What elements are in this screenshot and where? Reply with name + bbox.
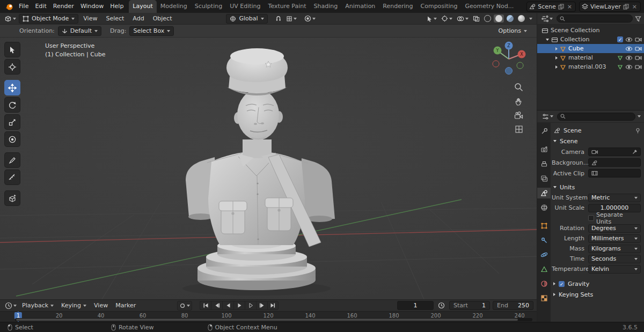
background-field[interactable] bbox=[588, 158, 641, 167]
pin-icon[interactable] bbox=[635, 128, 641, 134]
jump-to-start-button[interactable] bbox=[200, 301, 211, 310]
properties-editor-type-button[interactable] bbox=[540, 112, 555, 121]
tab-physics[interactable] bbox=[537, 249, 551, 260]
outliner-row-material[interactable]: material bbox=[537, 53, 644, 62]
remove-viewlayer-icon[interactable]: × bbox=[631, 4, 638, 10]
drag-dropdown[interactable]: Select Box bbox=[129, 26, 174, 36]
gizmo-neg-z-ball[interactable] bbox=[506, 68, 513, 75]
start-frame-field[interactable]: Start1 bbox=[449, 301, 490, 310]
pan-hand-icon[interactable] bbox=[514, 97, 523, 106]
rotate-tool[interactable] bbox=[4, 97, 20, 113]
menu-render[interactable]: Render bbox=[50, 0, 77, 13]
current-frame-field[interactable]: 1 bbox=[397, 301, 434, 310]
proportional-editing-button[interactable] bbox=[303, 14, 317, 24]
end-frame-field[interactable]: End250 bbox=[493, 301, 533, 310]
gizmos-dropdown[interactable] bbox=[440, 14, 454, 24]
menu-playback[interactable]: Playback bbox=[18, 302, 57, 309]
section-keying-sets[interactable]: Keying Sets bbox=[552, 289, 641, 300]
xray-toggle-button[interactable] bbox=[471, 14, 481, 24]
menu-marker[interactable]: Marker bbox=[112, 302, 140, 309]
camera-visibility-icon[interactable] bbox=[635, 37, 642, 42]
tab-render[interactable] bbox=[537, 144, 551, 155]
unit-system-dropdown[interactable]: Metric bbox=[588, 194, 641, 202]
tab-tool[interactable] bbox=[537, 126, 551, 137]
workspace-tab-shading[interactable]: Shading bbox=[310, 0, 342, 13]
scale-tool[interactable] bbox=[4, 114, 20, 130]
shading-wireframe-button[interactable] bbox=[482, 14, 493, 23]
viewport-3d[interactable]: User Perspective (1) Collection | Cube Z… bbox=[0, 38, 537, 299]
disclosure-icon[interactable] bbox=[555, 56, 558, 60]
camera-visibility-icon[interactable] bbox=[635, 55, 642, 61]
gravity-checkbox[interactable]: ✓ bbox=[559, 281, 565, 287]
filter-icon[interactable] bbox=[635, 16, 641, 22]
next-frame-button[interactable] bbox=[245, 301, 256, 310]
mode-dropdown[interactable]: Object Mode bbox=[19, 14, 78, 24]
menu-timeline-view[interactable]: View bbox=[90, 302, 112, 309]
workspace-tab-animation[interactable]: Animation bbox=[341, 0, 379, 13]
shading-material-button[interactable] bbox=[505, 14, 515, 23]
orthographic-grid-icon[interactable] bbox=[515, 125, 523, 134]
tab-texture[interactable] bbox=[537, 293, 551, 304]
snap-toggle-button[interactable] bbox=[273, 14, 283, 24]
mass-dropdown[interactable]: Kilograms bbox=[588, 245, 641, 253]
timeline-scrollbar-handle[interactable] bbox=[16, 319, 518, 321]
timeline-editor-type-button[interactable] bbox=[3, 301, 18, 311]
temperature-dropdown[interactable]: Kelvin bbox=[588, 265, 641, 274]
preview-range-icon[interactable] bbox=[436, 301, 447, 311]
timeline-scrollbar[interactable] bbox=[15, 318, 532, 321]
section-scene[interactable]: Scene bbox=[552, 136, 641, 146]
outliner-editor-type-button[interactable] bbox=[540, 14, 554, 24]
gizmo-neg-x-ball[interactable] bbox=[493, 61, 499, 67]
menu-keying[interactable]: Keying bbox=[57, 302, 90, 309]
new-viewlayer-icon[interactable] bbox=[623, 4, 629, 10]
tab-modifiers[interactable] bbox=[537, 235, 551, 246]
timeline-ruler[interactable]: 0 20 40 60 80 100 120 140 160 180 200 22… bbox=[0, 311, 537, 322]
tab-object[interactable] bbox=[537, 220, 551, 231]
new-scene-icon[interactable] bbox=[558, 4, 564, 10]
camera-view-icon[interactable] bbox=[514, 112, 523, 120]
move-tool[interactable] bbox=[4, 80, 20, 95]
eyedropper-icon[interactable] bbox=[632, 149, 638, 154]
jump-to-end-button[interactable] bbox=[267, 301, 279, 310]
shading-rendered-button[interactable] bbox=[516, 14, 526, 23]
scene-selector[interactable]: Scene × bbox=[526, 2, 576, 12]
outliner-row-scene-collection[interactable]: Scene Collection bbox=[537, 26, 644, 35]
outliner-search-field[interactable] bbox=[557, 14, 633, 23]
disclosure-icon[interactable] bbox=[555, 65, 558, 69]
play-reverse-button[interactable] bbox=[222, 301, 233, 310]
disclosure-icon[interactable] bbox=[546, 39, 549, 41]
menu-file[interactable]: File bbox=[16, 0, 32, 13]
orientation-dropdown[interactable]: Default bbox=[58, 26, 101, 36]
editor-type-button[interactable] bbox=[3, 14, 18, 24]
outliner-row-collection[interactable]: Collection ✓ bbox=[537, 35, 644, 44]
workspace-tab-compositing[interactable]: Compositing bbox=[417, 0, 462, 13]
menu-select[interactable]: Select bbox=[102, 15, 128, 22]
prev-keyframe-button[interactable] bbox=[211, 301, 222, 310]
menu-help[interactable]: Help bbox=[107, 0, 127, 13]
select-box-tool[interactable] bbox=[4, 42, 20, 57]
overlays-dropdown[interactable] bbox=[455, 14, 470, 24]
measure-tool[interactable] bbox=[4, 169, 20, 185]
section-gravity[interactable]: ✓ Gravity bbox=[552, 278, 641, 289]
outliner-row-cube[interactable]: Cube bbox=[537, 44, 644, 53]
menu-object[interactable]: Object bbox=[149, 15, 176, 22]
transform-orientation-dropdown[interactable]: Global bbox=[226, 14, 267, 24]
unlink-scene-icon[interactable]: × bbox=[566, 4, 573, 10]
menu-add[interactable]: Add bbox=[129, 15, 148, 22]
eye-icon[interactable] bbox=[625, 37, 633, 42]
workspace-tab-rendering[interactable]: Rendering bbox=[379, 0, 416, 13]
rotation-dropdown[interactable]: Degrees bbox=[588, 224, 641, 233]
transform-tool[interactable] bbox=[4, 131, 20, 147]
active-clip-field[interactable] bbox=[588, 169, 641, 178]
workspace-tab-uv-editing[interactable]: UV Editing bbox=[226, 0, 264, 13]
gizmo-neg-y-ball[interactable] bbox=[517, 62, 523, 69]
camera-field[interactable] bbox=[588, 147, 641, 156]
eye-icon[interactable] bbox=[625, 46, 633, 51]
workspace-tab-modeling[interactable]: Modeling bbox=[157, 0, 191, 13]
outliner-row-material-003[interactable]: material.003 bbox=[537, 62, 644, 71]
eye-icon[interactable] bbox=[625, 55, 633, 61]
tab-output[interactable] bbox=[537, 159, 551, 169]
workspace-tab-texture-paint[interactable]: Texture Paint bbox=[265, 0, 310, 13]
chevron-down-icon[interactable] bbox=[638, 115, 641, 117]
options-dropdown[interactable]: Options bbox=[495, 26, 530, 36]
